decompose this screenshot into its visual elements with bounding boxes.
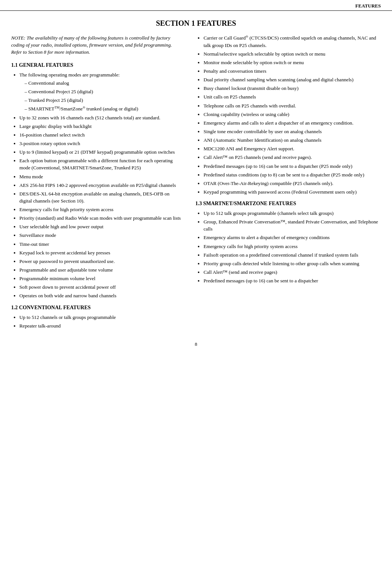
list-item: Conventional Project 25 (digital) (25, 88, 182, 95)
list-item: Normal/selective squelch selectable by o… (203, 50, 381, 57)
list-item: Programmable and user adjustable tone vo… (19, 266, 182, 273)
list-item: Emergency calls for high priority system… (19, 206, 182, 213)
list-item: Up to 512 talk groups programmable (chan… (203, 210, 381, 217)
list-item: Penalty and conversation timers (203, 68, 381, 75)
header-title: FEATURES (355, 3, 381, 9)
list-item: Menu mode (19, 173, 182, 180)
page-footer: 8 (0, 341, 392, 352)
list-item: The following operating modes are progra… (19, 71, 182, 112)
list-item: 3-position rotary option switch (19, 140, 182, 147)
list-item: Each option button programmable with a d… (19, 157, 182, 171)
list-item: Surveillance mode (19, 232, 182, 239)
list-item: Keypad programming with password access … (203, 188, 381, 195)
list-item: User selectable high and low power outpu… (19, 223, 182, 230)
note-block: NOTE: The availability of many of the fo… (11, 34, 182, 56)
list-item: Repeater talk-around (19, 322, 182, 329)
list-item: Up to 9 (limited keypad) or 21 (DTMF key… (19, 148, 182, 156)
list-item: Priority group calls detected while list… (203, 260, 381, 267)
list-item: Dual priority channel sampling when scan… (203, 76, 381, 83)
list-item: Time-out timer (19, 241, 182, 248)
list-item: Emergency alarms and calls to alert a di… (203, 119, 381, 126)
page-number: 8 (195, 341, 197, 347)
list-item: Predefined messages (up to 16) can be se… (203, 277, 381, 284)
list-item: Power up password to prevent unauthorize… (19, 258, 182, 265)
page-title: SECTION 1 FEATURES (0, 19, 392, 28)
list-item: 16-position channel select switch (19, 131, 182, 138)
list-item: Large graphic display with backlight (19, 123, 182, 130)
general-features-list: The following operating modes are progra… (11, 71, 182, 299)
list-item: Soft power down to prevent accidental po… (19, 283, 182, 291)
section-1-3-heading: 1.3 SMARTNET/SMARTZONE FEATURES (195, 201, 381, 207)
list-item: Carrier or Call Guard® (CTCSS/DCS) contr… (203, 34, 381, 49)
list-item: Up to 32 zones with 16 channels each (51… (19, 114, 182, 121)
list-item: Up to 512 channels or talk groups progra… (19, 314, 182, 321)
list-item: Monitor mode selectable by option switch… (203, 59, 381, 66)
list-item: OTAR (Over-The-Air-Rekeying) compatible … (203, 180, 381, 187)
list-item: ANI (Automatic Number Identification) on… (203, 137, 381, 144)
smartnet-features-list: Up to 512 talk groups programmable (chan… (195, 210, 381, 284)
list-item: Keypad lock to prevent accidental key pr… (19, 249, 182, 256)
list-item: Emergency calls for high priority system… (203, 243, 381, 250)
list-item: Predefined status conditions (up to 8) c… (203, 171, 381, 178)
list-item: Cloning capability (wireless or using ca… (203, 111, 381, 118)
conventional-features-continued-list: Carrier or Call Guard® (CTCSS/DCS) contr… (195, 34, 381, 195)
list-item: Predefined messages (up to 16) can be se… (203, 163, 381, 170)
list-item: Telephone calls on P25 channels with ove… (203, 102, 381, 109)
conventional-features-list: Up to 512 channels or talk groups progra… (11, 314, 182, 329)
list-item: Priority (standard) and Radio Wide scan … (19, 214, 182, 222)
left-column: NOTE: The availability of many of the fo… (11, 34, 189, 332)
operating-modes-sublist: Conventional analog Conventional Project… (19, 79, 182, 113)
section-1-1-heading: 1.1 GENERAL FEATURES (11, 62, 182, 68)
list-item: Programmable minimum volume level (19, 275, 182, 282)
main-content: NOTE: The availability of many of the fo… (0, 34, 392, 332)
list-item: AES 256-bit FIPS 140-2 approved encrypti… (19, 182, 182, 189)
list-item: MDC1200 ANI and Emergency Alert support. (203, 145, 381, 152)
list-item: Single tone encoder controllable by user… (203, 128, 381, 135)
list-item: Operates on both wide and narrow band ch… (19, 292, 182, 299)
list-item: Group, Enhanced Private Conversation™, s… (203, 218, 381, 232)
list-item: DES/DES-XL 64-bit encryption available o… (19, 190, 182, 204)
list-item: Failsoft operation on a predefined conve… (203, 251, 381, 258)
list-item: Call Alert™ (send and receive pages) (203, 269, 381, 276)
page-header: FEATURES (0, 0, 392, 11)
list-item: Busy channel lockout (transmit disable o… (203, 85, 381, 92)
list-item: Emergency alarms to alert a dispatcher o… (203, 234, 381, 241)
list-item: Unit calls on P25 channels (203, 93, 381, 100)
list-item: Trunked Project 25 (digital) (25, 97, 182, 104)
list-item: SMARTNETTM/SmartZone® trunked (analog or… (25, 105, 182, 113)
list-item: Call Alert™ on P25 channels (send and re… (203, 154, 381, 161)
section-1-2-heading: 1.2 CONVENTIONAL FEATURES (11, 305, 182, 311)
right-column: Carrier or Call Guard® (CTCSS/DCS) contr… (189, 34, 381, 332)
list-item: Conventional analog (25, 79, 182, 87)
